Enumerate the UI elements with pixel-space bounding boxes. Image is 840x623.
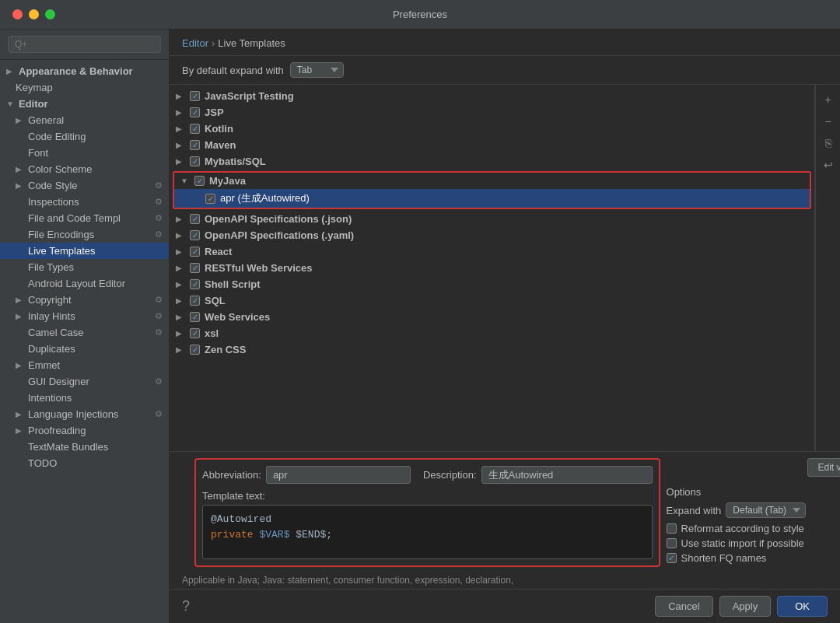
copy-button[interactable]: ⎘	[820, 135, 837, 152]
group-checkbox[interactable]	[190, 296, 200, 306]
sidebar-item-code-style[interactable]: ▶ Code Style ⚙	[0, 177, 169, 194]
template-code-area[interactable]: @Autowired private $VAR$ $END$;	[202, 505, 653, 559]
sidebar-item-color-scheme[interactable]: ▶ Color Scheme	[0, 161, 169, 177]
maximize-button[interactable]	[45, 9, 55, 19]
search-box	[0, 30, 169, 60]
sidebar-item-language-injections[interactable]: ▶ Language Injections ⚙	[0, 406, 169, 422]
shorten-fq-checkbox[interactable]	[667, 553, 677, 563]
expand-with-options-select[interactable]: Default (Tab) Tab Enter Space	[726, 502, 806, 518]
cancel-button[interactable]: Cancel	[655, 596, 712, 617]
add-button[interactable]: +	[820, 91, 837, 108]
chevron-right-icon: ▶	[16, 312, 25, 320]
template-group-xsl[interactable]: ▶ xsl	[170, 325, 814, 341]
expand-with-select[interactable]: Tab Enter Space	[290, 62, 344, 78]
abbreviation-input[interactable]	[266, 466, 411, 484]
sidebar-item-textmate-bundles[interactable]: TextMate Bundles	[0, 439, 169, 455]
template-group-openapi-yaml[interactable]: ▶ OpenAPI Specifications (.yaml)	[170, 227, 814, 243]
sidebar-item-inspections[interactable]: Inspections ⚙	[0, 194, 169, 210]
sidebar-item-general[interactable]: ▶ General	[0, 112, 169, 128]
chevron-right-icon: ▶	[176, 280, 185, 289]
template-group-react[interactable]: ▶ React	[170, 243, 814, 260]
static-import-label: Use static import if possible	[681, 537, 804, 549]
template-item-apr[interactable]: apr (生成Autowired)	[174, 189, 810, 208]
sidebar-item-file-types[interactable]: File Types	[0, 259, 169, 275]
sidebar-item-gui-designer[interactable]: GUI Designer ⚙	[0, 373, 169, 390]
close-button[interactable]	[12, 9, 23, 19]
template-group-js-testing[interactable]: ▶ JavaScript Testing	[170, 88, 814, 104]
sidebar-item-editor[interactable]: ▼ Editor	[0, 96, 169, 112]
group-checkbox[interactable]	[190, 230, 200, 240]
template-group-sql[interactable]: ▶ SQL	[170, 292, 814, 309]
template-group-mybatis[interactable]: ▶ Mybatis/SQL	[170, 153, 814, 170]
chevron-down-icon: ▼	[6, 100, 16, 108]
group-checkbox[interactable]	[190, 312, 200, 322]
group-checkbox[interactable]	[190, 140, 200, 150]
group-checkbox[interactable]	[190, 345, 200, 355]
chevron-right-icon: ▶	[176, 264, 185, 272]
sidebar: ▶ Appearance & Behavior Keymap ▼ Editor …	[0, 30, 170, 623]
sidebar-item-keymap[interactable]: Keymap	[0, 79, 169, 96]
window-controls[interactable]	[12, 9, 55, 19]
description-input[interactable]	[481, 466, 653, 484]
sidebar-item-code-editing[interactable]: Code Editing	[0, 128, 169, 145]
sidebar-item-file-encodings[interactable]: File Encodings ⚙	[0, 226, 169, 243]
sidebar-actions: + − ⎘ ↩	[815, 85, 840, 451]
group-checkbox[interactable]	[190, 107, 200, 117]
static-import-checkbox[interactable]	[667, 538, 677, 548]
group-checkbox[interactable]	[190, 263, 200, 273]
sidebar-item-appearance[interactable]: ▶ Appearance & Behavior	[0, 63, 169, 79]
sidebar-item-android-layout-editor[interactable]: Android Layout Editor	[0, 275, 169, 292]
group-checkbox[interactable]	[190, 214, 200, 224]
sidebar-item-copyright[interactable]: ▶ Copyright ⚙	[0, 292, 169, 308]
chevron-right-icon: ▶	[16, 361, 25, 369]
chevron-right-icon: ▶	[176, 231, 185, 240]
template-group-maven[interactable]: ▶ Maven	[170, 137, 814, 153]
undo-button[interactable]: ↩	[820, 156, 837, 173]
group-checkbox[interactable]	[190, 91, 200, 101]
sidebar-item-intentions[interactable]: Intentions	[0, 390, 169, 406]
sidebar-item-proofreading[interactable]: ▶ Proofreading	[0, 422, 169, 439]
group-checkbox[interactable]	[190, 279, 200, 289]
template-group-web-services[interactable]: ▶ Web Services	[170, 309, 814, 325]
item-checkbox[interactable]	[205, 194, 215, 204]
sidebar-item-camel-case[interactable]: Camel Case ⚙	[0, 324, 169, 341]
group-checkbox[interactable]	[190, 328, 200, 338]
reformat-option-row: Reformat according to style	[667, 523, 840, 534]
sidebar-item-emmet[interactable]: ▶ Emmet	[0, 357, 169, 373]
search-input[interactable]	[8, 36, 161, 53]
group-checkbox[interactable]	[190, 156, 200, 166]
template-group-openapi-json[interactable]: ▶ OpenAPI Specifications (.json)	[170, 211, 814, 227]
sidebar-item-todo[interactable]: TODO	[0, 455, 169, 471]
sidebar-item-font[interactable]: Font	[0, 145, 169, 161]
template-group-shell[interactable]: ▶ Shell Script	[170, 276, 814, 292]
breadcrumb-parent[interactable]: Editor	[182, 37, 208, 49]
template-group-zen-css[interactable]: ▶ Zen CSS	[170, 341, 814, 358]
minimize-button[interactable]	[29, 9, 39, 19]
reformat-checkbox[interactable]	[667, 523, 677, 534]
gear-icon: ⚙	[155, 213, 163, 223]
options-panel: Edit variables Options Expand with Defau…	[667, 452, 840, 567]
expand-with-label: By default expand with	[182, 65, 284, 76]
edit-variables-button[interactable]: Edit variables	[807, 458, 840, 477]
sidebar-item-file-code-templates[interactable]: File and Code Templ ⚙	[0, 210, 169, 226]
template-group-kotlin[interactable]: ▶ Kotlin	[170, 121, 814, 137]
chevron-down-icon: ▼	[180, 177, 190, 185]
gear-icon: ⚙	[155, 180, 163, 191]
sidebar-item-inlay-hints[interactable]: ▶ Inlay Hints ⚙	[0, 308, 169, 324]
remove-button[interactable]: −	[820, 113, 837, 130]
ok-button[interactable]: OK	[777, 596, 828, 617]
group-checkbox[interactable]	[190, 247, 200, 257]
gear-icon: ⚙	[155, 295, 163, 305]
group-checkbox[interactable]	[194, 176, 205, 186]
sidebar-item-live-templates[interactable]: Live Templates	[0, 243, 169, 259]
breadcrumb: Editor › Live Templates	[170, 30, 840, 56]
template-group-myjava[interactable]: ▼ MyJava	[174, 173, 810, 189]
description-field: Description:	[423, 466, 653, 484]
sidebar-tree: ▶ Appearance & Behavior Keymap ▼ Editor …	[0, 60, 169, 623]
template-group-restful[interactable]: ▶ RESTful Web Services	[170, 260, 814, 276]
sidebar-item-duplicates[interactable]: Duplicates	[0, 341, 169, 357]
template-group-jsp[interactable]: ▶ JSP	[170, 104, 814, 121]
apply-button[interactable]: Apply	[719, 596, 772, 617]
group-checkbox[interactable]	[190, 124, 200, 134]
help-icon[interactable]: ?	[182, 598, 190, 614]
